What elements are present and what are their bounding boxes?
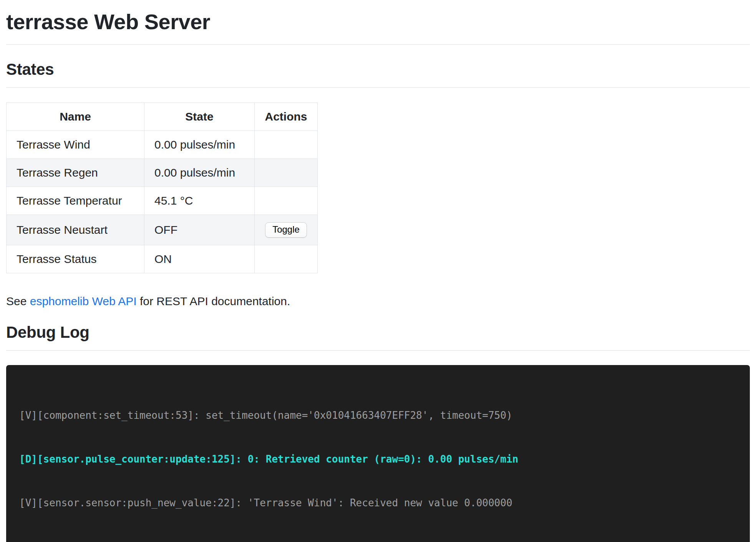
entity-actions: Toggle bbox=[255, 215, 318, 245]
entity-actions bbox=[255, 245, 318, 273]
table-row-terrasse-regen: Terrasse Regen 0.00 pulses/min bbox=[7, 159, 318, 187]
debug-log-panel: [V][component:set_timeout:53]: set_timeo… bbox=[6, 365, 750, 542]
column-header-actions: Actions bbox=[255, 103, 318, 131]
table-row-terrasse-neustart: Terrasse Neustart OFF Toggle bbox=[7, 215, 318, 245]
table-row-terrasse-status: Terrasse Status ON bbox=[7, 245, 318, 273]
column-header-state: State bbox=[144, 103, 255, 131]
entity-name: Terrasse Neustart bbox=[7, 215, 144, 245]
esphomelib-web-api-link[interactable]: esphomelib Web API bbox=[30, 295, 137, 307]
debug-log-divider bbox=[6, 350, 750, 351]
debug-log-heading: Debug Log bbox=[6, 323, 750, 342]
entity-name: Terrasse Status bbox=[7, 245, 144, 273]
states-heading: States bbox=[6, 60, 750, 79]
entity-actions bbox=[255, 187, 318, 215]
log-line: [V][sensor.sensor:push_new_value:28]: 'T… bbox=[19, 539, 737, 542]
entity-state: 45.1 °C bbox=[144, 187, 255, 215]
states-table-header-row: Name State Actions bbox=[7, 103, 318, 131]
title-divider bbox=[6, 44, 750, 45]
api-note-suffix: for REST API documentation. bbox=[137, 295, 290, 307]
entity-name: Terrasse Regen bbox=[7, 159, 144, 187]
entity-state: OFF bbox=[144, 215, 255, 245]
states-divider bbox=[6, 87, 750, 88]
api-note: See esphomelib Web API for REST API docu… bbox=[6, 295, 750, 308]
column-header-name: Name bbox=[7, 103, 144, 131]
entity-actions bbox=[255, 159, 318, 187]
entity-state: 0.00 pulses/min bbox=[144, 159, 255, 187]
toggle-button[interactable]: Toggle bbox=[265, 222, 307, 238]
page: terrasse Web Server States Name State Ac… bbox=[0, 9, 756, 542]
api-note-prefix: See bbox=[6, 295, 30, 307]
page-title: terrasse Web Server bbox=[6, 9, 750, 34]
log-line: [D][sensor.pulse_counter:update:125]: 0:… bbox=[19, 452, 737, 466]
entity-name: Terrasse Temperatur bbox=[7, 187, 144, 215]
table-row-terrasse-wind: Terrasse Wind 0.00 pulses/min bbox=[7, 131, 318, 159]
table-row-terrasse-temperatur: Terrasse Temperatur 45.1 °C bbox=[7, 187, 318, 215]
log-line: [V][component:set_timeout:53]: set_timeo… bbox=[19, 408, 737, 423]
states-table: Name State Actions Terrasse Wind 0.00 pu… bbox=[6, 102, 318, 273]
entity-state: 0.00 pulses/min bbox=[144, 131, 255, 159]
log-line: [V][sensor.sensor:push_new_value:22]: 'T… bbox=[19, 496, 737, 510]
entity-state: ON bbox=[144, 245, 255, 273]
entity-actions bbox=[255, 131, 318, 159]
entity-name: Terrasse Wind bbox=[7, 131, 144, 159]
